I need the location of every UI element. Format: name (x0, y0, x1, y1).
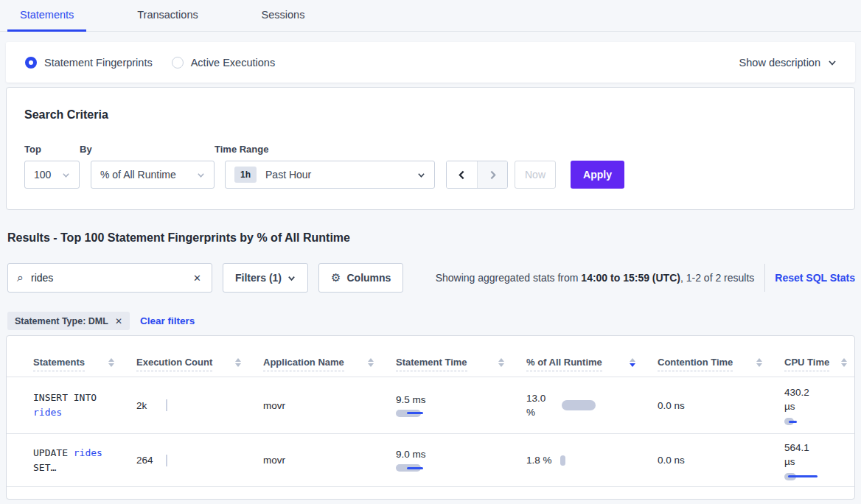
filters-label: Filters (1) (235, 272, 282, 284)
now-button[interactable]: Now (515, 161, 556, 189)
contention-time-cell: 0.0 ns (658, 400, 784, 411)
sql-text: SET… (33, 462, 56, 473)
time-prev-button[interactable] (447, 161, 477, 188)
sort-carets-icon[interactable] (235, 358, 241, 371)
statement-link[interactable]: rides (74, 447, 102, 458)
execution-count-cell: 2k (136, 399, 263, 411)
sql-text: UPDATE (33, 447, 68, 458)
show-description-label: Show description (739, 57, 820, 69)
application-name-cell: movr (263, 400, 396, 411)
sort-carets-icon[interactable] (498, 358, 504, 371)
tab-sessions[interactable]: Sessions (249, 0, 318, 32)
chevron-down-icon (62, 171, 70, 179)
cpu-bar (784, 473, 854, 480)
table-row: UPDATE rides SET… 264 movr 9.0 ms 1.8 % … (7, 434, 854, 487)
reset-sql-stats-link[interactable]: Reset SQL Stats (775, 272, 855, 284)
column-header-pct-of-all-runtime[interactable]: % of All Runtime (526, 357, 658, 371)
column-header-statement-time[interactable]: Statement Time (396, 357, 526, 371)
search-criteria-card: Search Criteria Top 100 By % of All Runt… (6, 87, 855, 210)
aggregated-stats-text: Showing aggregated stats from 14:00 to 1… (436, 272, 755, 284)
search-criteria-title: Search Criteria (24, 108, 837, 122)
radio-label: Statement Fingerprints (44, 57, 153, 69)
radio-unselected-icon (172, 57, 184, 69)
chevron-left-icon (457, 170, 467, 180)
by-select[interactable]: % of All Runtime (91, 161, 215, 189)
chevron-down-icon (828, 58, 836, 66)
top-field: Top 100 (24, 144, 80, 189)
application-name-cell: movr (263, 455, 396, 466)
radio-active-executions[interactable]: Active Executions (172, 57, 275, 69)
statement-cell: UPDATE rides SET… (33, 446, 136, 475)
top-label: Top (24, 144, 80, 155)
top-select[interactable]: 100 (24, 161, 80, 189)
columns-label: Columns (346, 272, 391, 284)
latency-bar (396, 464, 526, 472)
column-header-contention-time[interactable]: Contention Time (658, 357, 784, 371)
results-controls: ⌕ ✕ Filters (1) ⚙ Columns Showing aggreg… (7, 263, 855, 293)
filters-button[interactable]: Filters (1) (223, 263, 308, 293)
chevron-down-icon (417, 171, 425, 179)
chevron-right-icon (488, 170, 498, 180)
table-header-row: Statements Execution Count Application N… (7, 336, 854, 377)
radio-statement-fingerprints[interactable]: Statement Fingerprints (25, 57, 153, 69)
divider (764, 264, 765, 292)
by-field: By % of All Runtime (80, 144, 215, 189)
sort-carets-icon[interactable] (368, 358, 374, 371)
sort-carets-icon[interactable] (841, 358, 847, 371)
top-select-value: 100 (34, 169, 51, 181)
sort-carets-icon[interactable] (756, 358, 762, 371)
time-range-label: Time Range (215, 144, 435, 155)
time-range-select[interactable]: 1h Past Hour (225, 161, 435, 189)
columns-button[interactable]: ⚙ Columns (318, 263, 403, 293)
count-bar (166, 399, 167, 411)
radio-label: Active Executions (191, 57, 275, 69)
statement-search-box: ⌕ ✕ (7, 263, 212, 293)
by-label: By (80, 144, 215, 155)
results-heading: Results - Top 100 Statement Fingerprints… (7, 231, 350, 245)
statement-link[interactable]: rides (33, 407, 62, 418)
statement-time-cell: 9.0 ms (396, 449, 526, 472)
pct-runtime-cell: 13.0 % (526, 391, 658, 419)
cpu-time-cell: 564.1 µs (784, 441, 854, 480)
chevron-down-icon (287, 274, 296, 282)
show-description-toggle[interactable]: Show description (739, 57, 836, 69)
chevron-down-icon (197, 171, 205, 179)
tab-transactions[interactable]: Transactions (125, 0, 210, 32)
cpu-bar (784, 418, 854, 425)
search-icon: ⌕ (17, 271, 24, 284)
gear-icon: ⚙ (331, 271, 341, 284)
sort-carets-icon-active[interactable] (630, 358, 635, 371)
column-header-execution-count[interactable]: Execution Count (136, 357, 263, 371)
cpu-time-cell: 430.2 µs (784, 385, 854, 425)
apply-button[interactable]: Apply (571, 161, 624, 189)
column-header-cpu-time[interactable]: CPU Time (784, 357, 854, 371)
column-header-statements[interactable]: Statements (33, 357, 136, 371)
column-header-application-name[interactable]: Application Name (263, 357, 396, 371)
clear-search-icon[interactable]: ✕ (192, 273, 203, 284)
by-select-value: % of All Runtime (100, 169, 176, 181)
time-range-value: Past Hour (265, 169, 311, 181)
table-row: INSERT INTO rides 2k movr 9.5 ms 13.0 % … (7, 377, 854, 434)
time-range-badge: 1h (234, 167, 257, 183)
time-range-field: Time Range 1h Past Hour (215, 144, 435, 189)
sql-text: INSERT INTO (33, 392, 97, 403)
tab-statements[interactable]: Statements (7, 0, 86, 32)
view-toggle-panel: Statement Fingerprints Active Executions… (6, 42, 855, 83)
remove-filter-icon[interactable]: ✕ (115, 316, 122, 326)
sort-carets-icon[interactable] (108, 358, 114, 371)
clear-filters-link[interactable]: Clear filters (140, 315, 195, 326)
page-tabs: Statements Transactions Sessions (0, 0, 861, 32)
filter-chip-row: Statement Type: DML ✕ Clear filters (7, 312, 195, 330)
time-next-button[interactable] (477, 161, 507, 188)
time-nav-group (446, 161, 508, 189)
runtime-bar (560, 455, 565, 466)
filter-chip-statement-type[interactable]: Statement Type: DML ✕ (7, 312, 130, 330)
filter-chip-label: Statement Type: DML (15, 316, 108, 326)
runtime-bar (562, 400, 596, 410)
latency-bar (396, 410, 526, 417)
search-input[interactable] (31, 272, 192, 284)
stats-time-range: 14:00 to 15:59 (UTC) (581, 272, 680, 284)
statements-table: Statements Execution Count Application N… (6, 335, 855, 500)
execution-count-cell: 264 (136, 455, 263, 466)
pct-runtime-cell: 1.8 % (526, 453, 658, 467)
